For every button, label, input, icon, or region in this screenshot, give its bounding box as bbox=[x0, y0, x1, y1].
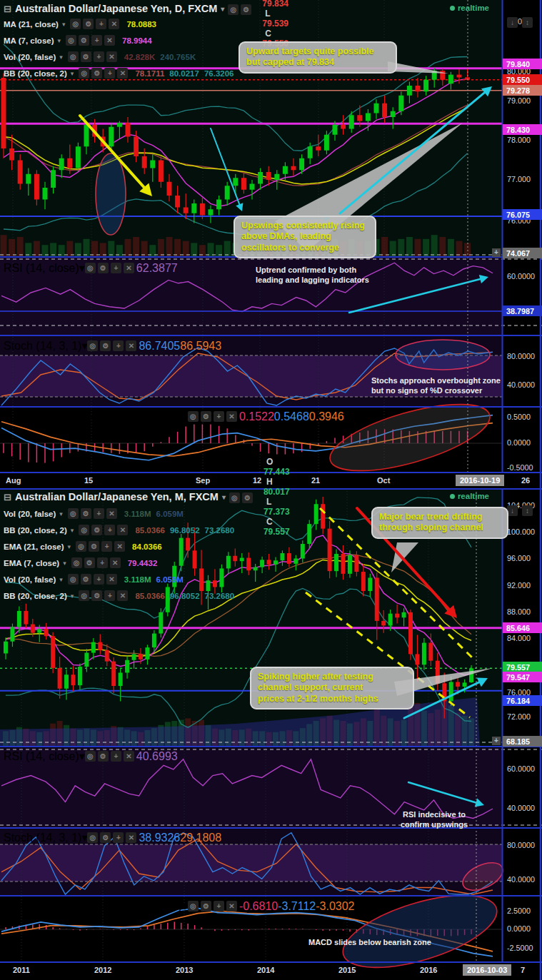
chevron-down-icon[interactable]: ▾ bbox=[59, 54, 63, 61]
indicator-label[interactable]: Vol (20, false) bbox=[4, 53, 56, 61]
settings-icon[interactable]: ⚙ bbox=[242, 492, 253, 503]
indicator-label[interactable]: Vol (20, false) bbox=[4, 575, 56, 584]
visibility-icon[interactable]: ◎ bbox=[71, 557, 82, 568]
settings-icon[interactable]: ⚙ bbox=[83, 19, 94, 29]
add-icon[interactable]: + bbox=[113, 340, 124, 351]
settings-icon[interactable]: ⚙ bbox=[201, 411, 211, 422]
chevron-down-icon[interactable]: ▾ bbox=[221, 5, 224, 13]
settings-icon[interactable]: ⚙ bbox=[100, 340, 111, 351]
indicator-label[interactable]: BB (20, close, 2) bbox=[4, 526, 67, 535]
close-icon[interactable]: ✕ bbox=[117, 525, 128, 535]
chevron-down-icon[interactable]: ▾ bbox=[63, 560, 66, 567]
indicator-label[interactable]: MACD (12, 26, close, 9, false, true) bbox=[4, 410, 182, 423]
add-icon[interactable]: + bbox=[94, 51, 104, 62]
chevron-down-icon[interactable]: ▾ bbox=[182, 410, 188, 423]
add-icon[interactable]: + bbox=[214, 411, 224, 422]
indicator-label[interactable]: BB (20, close, 2) bbox=[4, 69, 67, 78]
indicator-label[interactable]: MA (7, close) bbox=[4, 36, 54, 45]
symbol-title[interactable]: Australian Dollar/Japanese Yen, D, FXCM bbox=[15, 3, 217, 14]
add-icon[interactable]: + bbox=[104, 525, 115, 535]
chevron-down-icon[interactable]: ▾ bbox=[68, 543, 71, 550]
settings-icon[interactable]: ⚙ bbox=[91, 68, 102, 79]
visibility-icon[interactable]: ◎ bbox=[66, 35, 76, 46]
visibility-icon[interactable]: ◎ bbox=[87, 340, 98, 351]
add-icon[interactable]: + bbox=[94, 574, 104, 585]
chevron-down-icon[interactable]: ▾ bbox=[71, 70, 74, 77]
chevron-down-icon[interactable]: ▾ bbox=[71, 527, 74, 534]
auto-scale-icon[interactable]: ↕ bbox=[522, 17, 533, 28]
close-icon[interactable]: ✕ bbox=[226, 411, 237, 422]
close-icon[interactable]: ✕ bbox=[226, 901, 237, 911]
indicator-label[interactable]: Vol (20, false) bbox=[4, 510, 56, 518]
settings-icon[interactable]: ⚙ bbox=[84, 557, 95, 568]
settings-icon[interactable]: ⚙ bbox=[201, 901, 211, 911]
close-icon[interactable]: ✕ bbox=[104, 35, 115, 46]
visibility-icon[interactable]: ◎ bbox=[188, 901, 199, 911]
indicator-label[interactable]: Stoch (14, 3, 1) bbox=[4, 832, 81, 844]
indicator-label[interactable]: RSI (14, close) bbox=[4, 262, 79, 275]
settings-icon[interactable]: ⚙ bbox=[79, 35, 89, 46]
visibility-icon[interactable]: ◎ bbox=[228, 4, 239, 15]
indicator-label[interactable]: MA (21, close) bbox=[4, 20, 59, 29]
visibility-icon[interactable]: ◎ bbox=[79, 525, 89, 535]
close-icon[interactable]: ✕ bbox=[109, 19, 119, 29]
settings-icon[interactable]: ⚙ bbox=[241, 4, 251, 15]
indicator-label[interactable]: Stoch (14, 3, 1) bbox=[4, 340, 81, 353]
close-icon[interactable]: ✕ bbox=[124, 751, 134, 762]
close-icon[interactable]: ✕ bbox=[110, 557, 121, 568]
add-icon[interactable]: + bbox=[492, 737, 501, 745]
indicator-label[interactable]: RSI (14, close) bbox=[4, 750, 79, 763]
scroll-down-icon[interactable]: ↓ bbox=[507, 505, 518, 516]
chevron-down-icon[interactable]: ▾ bbox=[71, 592, 74, 600]
annotation-bubble[interactable]: Major bear trend drifting through slopin… bbox=[371, 507, 508, 539]
annotation-note[interactable]: Stochs approach overbought zone but no s… bbox=[371, 375, 514, 396]
annotation-note[interactable]: RSI indecisive to confirm upswings bbox=[377, 809, 491, 830]
add-icon[interactable]: + bbox=[97, 557, 108, 568]
settings-icon[interactable]: ⚙ bbox=[81, 51, 91, 62]
visibility-icon[interactable]: ◎ bbox=[229, 492, 240, 503]
close-icon[interactable]: ✕ bbox=[124, 263, 134, 273]
chevron-down-icon[interactable]: ▾ bbox=[81, 339, 87, 353]
chevron-down-icon[interactable]: ▾ bbox=[58, 37, 61, 44]
settings-icon[interactable]: ⚙ bbox=[98, 751, 109, 762]
annotation-bubble[interactable]: Upswings consistently rising above DMAs,… bbox=[234, 216, 376, 258]
chevron-down-icon[interactable]: ▾ bbox=[222, 493, 226, 501]
chevron-down-icon[interactable]: ▾ bbox=[79, 261, 85, 275]
indicator-label[interactable]: EMA (21, close) bbox=[4, 542, 64, 551]
annotation-note[interactable]: MACD slides below bearish zone bbox=[308, 937, 466, 947]
close-icon[interactable]: ✕ bbox=[106, 574, 117, 585]
symbol-title[interactable]: Australian Dollar/Japanese Yen, M, FXCM bbox=[15, 491, 219, 502]
add-icon[interactable]: + bbox=[96, 19, 106, 29]
chevron-down-icon[interactable]: ▾ bbox=[79, 749, 85, 763]
collapse-icon[interactable]: ⊟ bbox=[4, 4, 11, 14]
close-icon[interactable]: ✕ bbox=[114, 541, 125, 552]
close-icon[interactable]: ✕ bbox=[117, 68, 128, 79]
visibility-icon[interactable]: ◎ bbox=[68, 508, 79, 519]
settings-icon[interactable]: ⚙ bbox=[98, 263, 109, 273]
chevron-down-icon[interactable]: ▾ bbox=[62, 21, 66, 28]
add-icon[interactable]: + bbox=[111, 263, 121, 273]
indicator-label[interactable]: MACD (12, 26, close, 9, false, true) bbox=[4, 900, 182, 913]
annotation-note[interactable]: Uptrend confirmed by both leading and la… bbox=[256, 265, 416, 286]
visibility-icon[interactable]: ◎ bbox=[70, 19, 81, 29]
settings-icon[interactable]: ⚙ bbox=[89, 541, 99, 552]
annotation-bubble[interactable]: Spiking higher after testing channel sup… bbox=[250, 667, 414, 709]
close-icon[interactable]: ✕ bbox=[126, 832, 136, 843]
add-icon[interactable]: + bbox=[492, 248, 501, 257]
visibility-icon[interactable]: ◎ bbox=[79, 590, 89, 601]
chevron-down-icon[interactable]: ▾ bbox=[59, 576, 63, 583]
settings-icon[interactable]: ⚙ bbox=[100, 832, 111, 843]
indicator-label[interactable]: BB (20, close, 2) bbox=[4, 592, 67, 600]
add-icon[interactable]: + bbox=[113, 832, 124, 843]
monthly-price-axis[interactable]: 104.000100.00096.00092.00088.00084.00076… bbox=[503, 488, 542, 980]
scroll-down-icon[interactable]: ↓ bbox=[507, 17, 518, 28]
chevron-down-icon[interactable]: ▾ bbox=[81, 831, 87, 844]
visibility-icon[interactable]: ◎ bbox=[68, 51, 79, 62]
collapse-icon[interactable]: ⊟ bbox=[4, 492, 11, 502]
settings-icon[interactable]: ⚙ bbox=[81, 574, 91, 585]
visibility-icon[interactable]: ◎ bbox=[76, 541, 86, 552]
add-icon[interactable]: + bbox=[111, 751, 121, 762]
indicator-label[interactable]: EMA (7, close) bbox=[4, 559, 59, 567]
close-icon[interactable]: ✕ bbox=[106, 508, 117, 519]
settings-icon[interactable]: ⚙ bbox=[91, 590, 102, 601]
